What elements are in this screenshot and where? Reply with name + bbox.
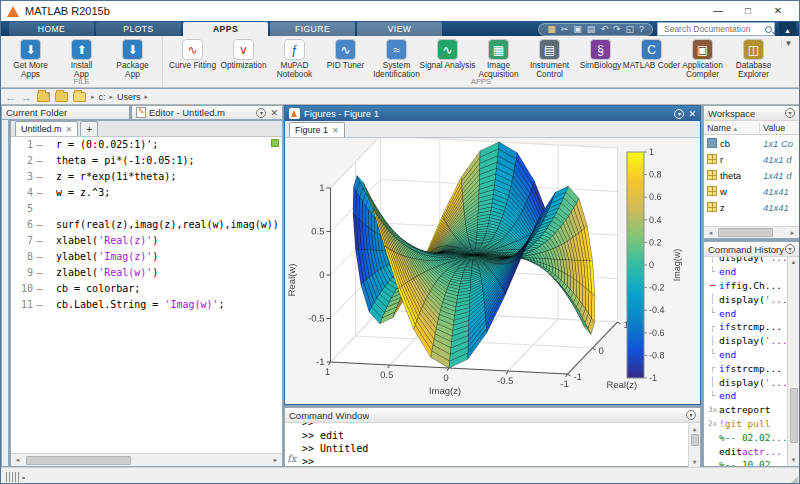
close-button[interactable]: ✕ <box>763 2 793 20</box>
app-button-image[interactable]: ▦ImageAcquisition <box>473 39 524 79</box>
scroll-up-icon[interactable]: ▲ <box>791 257 797 268</box>
back-icon[interactable]: ← <box>5 90 16 104</box>
history-entry[interactable]: └end <box>706 348 799 362</box>
command-history-scrollbar[interactable]: ▲ ▼ <box>787 257 799 466</box>
ribbon-tab-home[interactable]: HOME <box>9 22 94 36</box>
forward-icon[interactable]: → <box>21 90 32 104</box>
workspace-variable-row[interactable]: theta1x41 d <box>704 167 799 183</box>
app-button-pid-tuner[interactable]: ∿PID Tuner <box>320 39 371 79</box>
figures-close-icon[interactable]: ✕ <box>688 109 696 119</box>
app-button-optimization[interactable]: ∨Optimization <box>218 39 269 79</box>
history-entry[interactable]: │display('... <box>706 292 799 306</box>
command-window-header[interactable]: Command Window ▾ <box>285 408 700 423</box>
fx-function-hint-icon[interactable]: fx <box>287 453 296 464</box>
save-icon[interactable]: ▦ <box>547 23 556 35</box>
figures-panel-menu-icon[interactable]: ▾ <box>674 109 684 119</box>
editor-header[interactable]: Editor - Untitled.m ▾ ✕ <box>131 105 283 120</box>
workspace-header[interactable]: Workspace ▾ <box>704 106 799 121</box>
status-bar-icon[interactable] <box>6 472 19 482</box>
executable-marker[interactable]: – <box>33 217 46 233</box>
executable-marker[interactable]: – <box>33 169 46 185</box>
figure-tab-close-icon[interactable]: ✕ <box>332 126 339 135</box>
history-entry[interactable]: %-- 02.02... <box>706 430 799 444</box>
command-history-body[interactable]: │display('...└end—if fig.Ch...│display('… <box>704 257 799 466</box>
ribbon-tab-figure[interactable]: FIGURE <box>270 22 355 36</box>
copy-icon[interactable]: ▣ <box>573 23 582 35</box>
executable-marker[interactable]: – <box>33 265 46 281</box>
documentation-search[interactable] <box>657 22 775 36</box>
code-line[interactable]: 4–w = z.^3; <box>11 185 282 201</box>
surface-plot[interactable] <box>285 138 700 403</box>
ribbon-tab-plots[interactable]: PLOTS <box>96 22 181 36</box>
workspace-variable-row[interactable]: z41x41 <box>704 199 799 215</box>
executable-marker[interactable]: – <box>33 233 46 249</box>
search-icon[interactable] <box>765 26 772 33</box>
app-button-application[interactable]: ▣ApplicationCompiler <box>677 39 728 79</box>
app-button-mupad[interactable]: ƒMuPADNotebook <box>269 39 320 79</box>
redo-icon[interactable]: ↷ <box>613 23 621 35</box>
executable-marker[interactable]: – <box>33 281 46 297</box>
app-button-get-more[interactable]: ⬇Get MoreApps <box>5 39 56 79</box>
switch-window-icon[interactable]: ◱ <box>625 23 634 35</box>
command-window-menu-icon[interactable]: ▾ <box>686 410 696 420</box>
history-entry[interactable]: ┌if strcmp... <box>706 320 799 334</box>
workspace-variable-row[interactable]: r41x1 d <box>704 151 799 167</box>
current-folder-collapsed-strip[interactable] <box>1 120 9 467</box>
figures-header[interactable]: Figures - Figure 1 ▾ ✕ <box>285 106 700 121</box>
name-column-header[interactable]: Name ▴ <box>704 123 760 133</box>
figure-tab[interactable]: Figure 1 ✕ <box>289 122 345 137</box>
code-analyzer-indicator[interactable] <box>271 139 279 147</box>
history-entry[interactable]: └end <box>706 265 799 279</box>
app-button-database[interactable]: ◫DatabaseExplorer <box>728 39 779 79</box>
code-line[interactable]: 6–surf(real(z),imag(z),real(w),imag(w)) <box>11 217 282 233</box>
executable-marker[interactable]: – <box>33 297 46 313</box>
help-icon[interactable]: ? <box>639 23 644 35</box>
up-folder-icon[interactable]: ↑ <box>37 92 50 102</box>
app-button-signal-analysis[interactable]: ∿Signal Analysis <box>422 39 473 79</box>
apps-gallery-dropdown[interactable]: ▼ <box>781 39 795 48</box>
scroll-left-icon[interactable]: ◄ <box>704 230 717 236</box>
app-button-curve-fitting[interactable]: ∿Curve Fitting <box>167 39 218 79</box>
scroll-right-icon[interactable]: ► <box>269 457 282 463</box>
workspace-variable-row[interactable]: w41x41 <box>704 183 799 199</box>
app-button-system[interactable]: ≈SystemIdentification <box>371 39 422 79</box>
code-line[interactable]: 1–r = (0:0.025:1)'; <box>11 137 282 153</box>
scroll-left-icon[interactable]: ◄ <box>11 457 24 463</box>
app-button-simbiology[interactable]: §SimBiology <box>575 39 626 79</box>
history-entry[interactable]: 2x!git pull <box>706 417 799 431</box>
command-history-menu-icon[interactable]: ▾ <box>785 244 795 254</box>
search-input[interactable] <box>662 23 765 35</box>
workspace-menu-icon[interactable]: ▾ <box>785 108 795 118</box>
code-line[interactable]: 10–cb = colorbar; <box>11 281 282 297</box>
scroll-down-icon[interactable]: ▼ <box>693 456 697 467</box>
scrollbar-thumb[interactable] <box>691 434 699 446</box>
code-editor-area[interactable]: 1–r = (0:0.025:1)';2–theta = pi*(-1:0.05… <box>11 137 282 439</box>
workspace-horizontal-scrollbar[interactable]: ◄ ► <box>704 226 799 238</box>
command-window-body[interactable]: >> >> edit>> Untitled>> fx ▲ ▼ <box>285 423 700 467</box>
collapse-ribbon-button[interactable]: ▴ <box>779 22 796 36</box>
code-line[interactable]: 3–z = r*exp(1i*theta); <box>11 169 282 185</box>
scroll-right-icon[interactable]: ► <box>786 230 799 236</box>
editor-tab-untitled[interactable]: Untitled.m ✕ <box>15 121 78 136</box>
undo-icon[interactable]: ↶ <box>600 23 608 35</box>
cut-icon[interactable]: ✂ <box>561 23 569 35</box>
history-entry[interactable]: ┌if strcmp... <box>706 361 799 375</box>
executable-marker[interactable]: – <box>33 249 46 265</box>
code-line[interactable]: 11–cb.Label.String = 'Imag(w)'; <box>11 297 282 313</box>
resize-grip[interactable]: ◢ <box>791 475 798 484</box>
scroll-up-icon[interactable]: ▲ <box>693 423 697 434</box>
browse-folder-icon[interactable] <box>55 92 68 102</box>
breadcrumb-item[interactable]: Users <box>117 92 141 102</box>
executable-marker[interactable]: – <box>33 185 46 201</box>
scrollbar-thumb[interactable] <box>26 456 131 465</box>
history-entry[interactable]: %-- 10.02... <box>706 458 799 466</box>
code-line[interactable]: 8–ylabel('Imag(z)') <box>11 249 282 265</box>
code-line[interactable]: 2–theta = pi*(-1:0.05:1); <box>11 153 282 169</box>
current-folder-header[interactable]: Current Folder <box>1 105 130 120</box>
editor-tab-close-icon[interactable]: ✕ <box>66 125 73 134</box>
maximize-button[interactable]: □ <box>733 2 763 20</box>
ribbon-tab-apps[interactable]: APPS <box>183 22 268 36</box>
minimize-button[interactable]: — <box>703 2 733 20</box>
scroll-down-icon[interactable]: ▼ <box>791 455 797 466</box>
editor-panel-menu-icon[interactable]: ▾ <box>256 108 266 118</box>
